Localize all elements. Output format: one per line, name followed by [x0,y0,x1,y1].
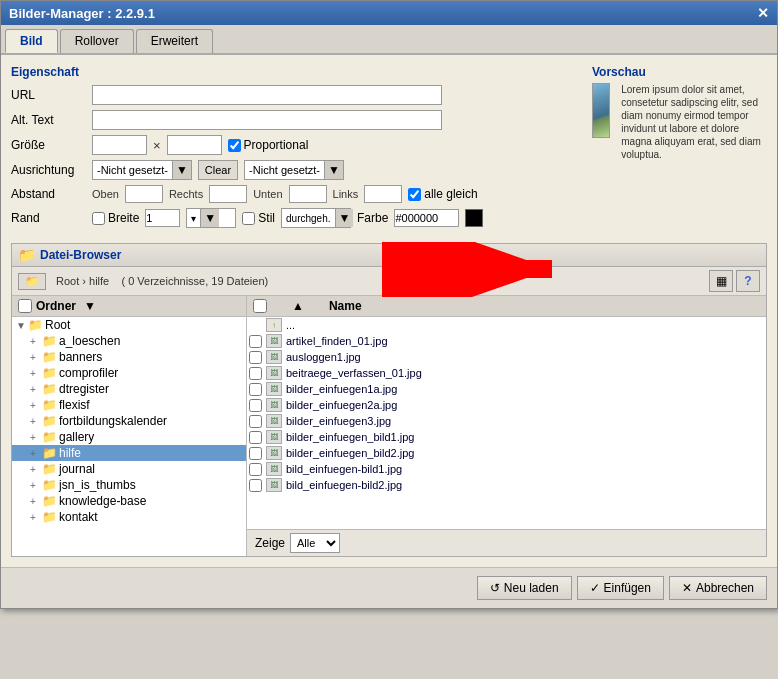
clear-button[interactable]: Clear [198,160,238,180]
ausrichtung-arrow[interactable]: ▼ [172,161,191,179]
rand-dropdown1-value: ▾ [187,209,200,227]
file-item-7[interactable]: 🖼 bilder_einfuegen_bild1.jpg [247,429,766,445]
links-input[interactable] [364,185,402,203]
file-item-6[interactable]: 🖼 bilder_einfuegen3.jpg [247,413,766,429]
expand-comprofiler-icon: + [30,368,40,379]
url-input[interactable] [92,85,442,105]
file-icon-6: 🖼 [266,414,282,428]
expand-a-loeschen-icon: + [30,336,40,347]
file-icon-1: 🖼 [266,334,282,348]
neu-laden-icon: ↺ [490,581,500,595]
bilder-manager-window: Bilder-Manager : 2.2.9.1 ✕ Bild Rollover… [0,0,778,609]
folder-item-fortbildungskalender[interactable]: + 📁 fortbildungskalender [12,413,246,429]
folder-item-root[interactable]: ▼ 📁 Root [12,317,246,333]
farbe-input[interactable] [394,209,459,227]
file-checkbox-4[interactable] [249,383,262,396]
rand-number-input[interactable] [145,209,180,227]
file-checkbox-6[interactable] [249,415,262,428]
rand-dropdown1[interactable]: ▾ ▼ [186,208,236,228]
folder-banners-label: banners [59,350,102,364]
rand-dropdown1-arrow[interactable]: ▼ [200,209,219,227]
alt-text-input[interactable] [92,110,442,130]
file-checkbox-7[interactable] [249,431,262,444]
file-item-4[interactable]: 🖼 bilder_einfuegen1a.jpg [247,381,766,397]
nav-back-button[interactable]: 📁 [18,273,46,290]
tab-rollover[interactable]: Rollover [60,29,134,53]
file-item-parent[interactable]: ↑ ... [247,317,766,333]
main-content: Eigenschaft URL Alt. Text Größe × [1,55,777,567]
file-checkbox-9[interactable] [249,463,262,476]
file-checkbox-5[interactable] [249,399,262,412]
file-name-6: bilder_einfuegen3.jpg [286,415,391,427]
durchgehend-arrow[interactable]: ▼ [335,209,354,227]
expand-hilfe-icon: + [30,448,40,459]
folder-journal-label: journal [59,462,95,476]
help-button[interactable]: ? [736,270,760,292]
groesse-height-input[interactable] [167,135,222,155]
zeige-select[interactable]: Alle JPG PNG GIF [290,533,340,553]
file-item-10[interactable]: 🖼 bild_einfuegen-bild2.jpg [247,477,766,493]
folder-sort-icon[interactable]: ▼ [84,299,96,313]
file-checkbox-1[interactable] [249,335,262,348]
neu-laden-button[interactable]: ↺ Neu laden [477,576,572,600]
rand-checkbox-group: Breite [92,211,139,225]
file-item-8[interactable]: 🖼 bilder_einfuegen_bild2.jpg [247,445,766,461]
folder-knowledge-label: knowledge-base [59,494,146,508]
stil-checkbox[interactable] [242,212,255,225]
folder-item-a-loeschen[interactable]: + 📁 a_loeschen [12,333,246,349]
oben-input[interactable] [125,185,163,203]
folder-item-banners[interactable]: + 📁 banners [12,349,246,365]
folder-dtregister-label: dtregister [59,382,109,396]
browser-main: Ordner ▼ ▼ 📁 Root + [12,296,766,556]
folder-journal-icon: 📁 [42,462,57,476]
file-item-3[interactable]: 🖼 beitraege_verfassen_01.jpg [247,365,766,381]
rand-row: Rand Breite ▾ ▼ Stil durch [11,208,582,228]
folder-item-kontakt[interactable]: + 📁 kontakt [12,509,246,525]
folder-item-comprofiler[interactable]: + 📁 comprofiler [12,365,246,381]
file-checkbox-8[interactable] [249,447,262,460]
zeige-label: Zeige [255,536,285,550]
color-swatch[interactable] [465,209,483,227]
einfuegen-button[interactable]: ✓ Einfügen [577,576,664,600]
abbrechen-button[interactable]: ✕ Abbrechen [669,576,767,600]
folder-dtregister-icon: 📁 [42,382,57,396]
file-checkbox-10[interactable] [249,479,262,492]
unten-input[interactable] [289,185,327,203]
folder-item-jsn-is-thumbs[interactable]: + 📁 jsn_is_thumbs [12,477,246,493]
proportional-checkbox[interactable] [228,139,241,152]
ausrichtung2-arrow[interactable]: ▼ [324,161,343,179]
breite-checkbox[interactable] [92,212,105,225]
ausrichtung2-dropdown[interactable]: -Nicht gesetzt- ▼ [244,160,344,180]
folder-item-journal[interactable]: + 📁 journal [12,461,246,477]
folder-pane: Ordner ▼ ▼ 📁 Root + [12,296,247,556]
ausrichtung-dropdown[interactable]: -Nicht gesetzt- ▼ [92,160,192,180]
expand-banners-icon: + [30,352,40,363]
expand-journal-icon: + [30,464,40,475]
durchgehend-dropdown[interactable]: durchgeh. ▼ [281,208,351,228]
file-sort-icon[interactable]: ▲ [292,299,304,313]
folder-item-hilfe[interactable]: + 📁 hilfe [12,445,246,461]
alt-text-row: Alt. Text [11,110,582,130]
tab-bild[interactable]: Bild [5,29,58,53]
preview-image [592,83,610,138]
folder-item-flexisf[interactable]: + 📁 flexisf [12,397,246,413]
file-item-2[interactable]: 🖼 ausloggen1.jpg [247,349,766,365]
upper-section: Eigenschaft URL Alt. Text Größe × [11,65,767,233]
groesse-width-input[interactable] [92,135,147,155]
close-button[interactable]: ✕ [757,5,769,21]
file-checkbox-3[interactable] [249,367,262,380]
folder-item-dtregister[interactable]: + 📁 dtregister [12,381,246,397]
file-parent-icon: ↑ [266,318,282,332]
rechts-input[interactable] [209,185,247,203]
folder-item-gallery[interactable]: + 📁 gallery [12,429,246,445]
alle-gleich-checkbox[interactable] [408,188,421,201]
file-item-1[interactable]: 🖼 artikel_finden_01.jpg [247,333,766,349]
thumbnail-view-button[interactable]: ▦ [709,270,733,292]
file-item-9[interactable]: 🖼 bild_einfuegen-bild1.jpg [247,461,766,477]
folder-item-knowledge-base[interactable]: + 📁 knowledge-base [12,493,246,509]
file-item-5[interactable]: 🖼 bilder_einfuegen2a.jpg [247,397,766,413]
file-checkbox-2[interactable] [249,351,262,364]
tab-erweitert[interactable]: Erweitert [136,29,213,53]
folder-select-all-checkbox[interactable] [18,299,32,313]
file-select-all-checkbox[interactable] [253,299,267,313]
